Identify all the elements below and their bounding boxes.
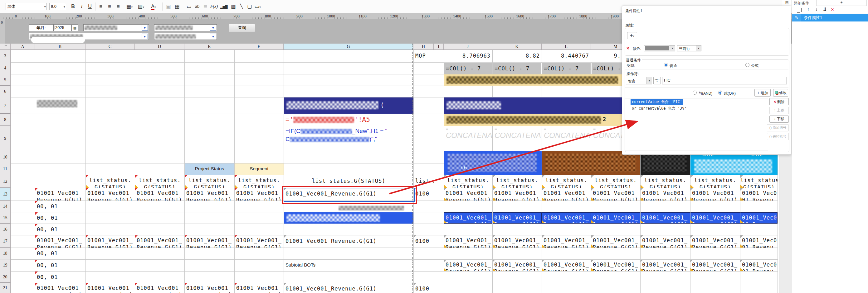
filter-combo-1[interactable] [83,24,149,31]
cell-L19[interactable]: 01001_Vec001_Revenue.G(G1) [542,260,591,271]
cell-K13[interactable]: 01001_Vec001_Revenue.G(G1) [493,188,541,200]
row-header-17[interactable]: 17 [0,235,10,248]
filter-combo-4[interactable] [154,33,217,40]
row-header-9[interactable]: 9 [0,126,10,151]
row-header-16[interactable]: 16 [0,224,10,235]
year-month-input[interactable]: 2025-09 [53,24,71,31]
type-normal-radio[interactable] [664,63,668,67]
cell-L9[interactable]: =CONCATENA [542,126,591,151]
condition-expression[interactable]: currentValue 包含 'FIC' [630,99,683,105]
cell-B16[interactable]: 00, 01 [35,224,86,235]
cell-H17[interactable]: 0100 [414,235,434,248]
query-button[interactable]: 查询 [229,24,255,32]
cell-O13[interactable]: 01001_Vec001_Revenue.G(G1) [690,188,740,200]
cell-O15[interactable]: 01001_Vec001_Revenue.G(G1) [690,212,740,224]
column-header-D[interactable]: D [135,44,184,50]
cell-E11[interactable]: Project Status [185,163,234,175]
cell-M17[interactable]: 01001_Vec001_Revenue.G(G1) [591,235,640,248]
row-header-19[interactable]: 19 [0,259,10,271]
cell-P15[interactable]: 01001_Vec001_Revenue.G(G1) [740,212,777,224]
row-header-11[interactable]: 11 [0,163,10,175]
cell-D13[interactable]: 01001_Vec001_Revenue.G(G1) [135,188,184,200]
lines-button[interactable]: ≣ [202,3,209,10]
cell-B21[interactable]: 01001_Vec001_Revenue.G(G1) [35,283,86,293]
colored-band[interactable] [444,74,640,86]
cell-B19[interactable]: 00, 01 [35,260,86,271]
cell-C17[interactable]: 01001_Vec001_Revenue.G(G1) [86,235,135,248]
cell-F12[interactable]: list_status. G(STATUS) [235,175,284,188]
rectangle-button[interactable]: ▭▾ [255,3,261,10]
row-header-14[interactable]: 14 [0,200,10,212]
frame-button[interactable]: ▢ [247,3,253,10]
cell-K19[interactable]: 01001_Vec001_Revenue.G(G1) [493,260,541,271]
row-header-3[interactable]: 3 [0,50,10,62]
cell-K9[interactable]: =CONCATENA [493,126,541,151]
sort-down-icon[interactable]: ⇊ [823,6,827,12]
row-header-5[interactable]: 5 [0,74,10,86]
label-button[interactable]: ab [194,3,200,10]
cell-H21[interactable]: 0100 [414,283,434,293]
cell-E13[interactable]: 01001_Vec001_Revenue.G(G1) [185,188,234,200]
cell-N13[interactable]: 01001_Vec001_Revenue.G(G1) [641,188,690,200]
column-header-I[interactable]: I [434,44,444,50]
colored-band[interactable] [641,151,690,175]
cell-G21[interactable]: 01001_Vec001_Revenue.G(G1) [284,283,413,293]
condition-list-item[interactable]: ✎ 条件属性1 [792,14,868,22]
cell-L4[interactable]: =COL() - 7 [542,63,591,74]
column-header-F[interactable]: F [234,44,284,50]
colored-band[interactable] [542,151,640,175]
cell-O19[interactable]: 01001_Vec001_Revenue.G(G1) [690,260,740,271]
cell-N15[interactable]: 01001_Vec001_Revenue.G(G1) [641,212,690,224]
cell-K3[interactable]: 8.82 [493,50,541,62]
cell-B7[interactable] [35,98,86,114]
cell-J15[interactable]: 01001_Vec001_Revenue.G(G1) [444,212,492,224]
cell-O17[interactable]: 01001_Vec001_Revenue.G(G1) [690,235,740,248]
cell-G17[interactable]: 01001_Vec001_Revenue.G(G1) [284,235,413,248]
operator-dropdown[interactable]: 包含▾ [626,77,652,84]
row-header-8[interactable]: 8 [0,114,10,126]
function-button[interactable]: F(x) [210,3,218,10]
font-color-button[interactable]: A▾ [150,3,157,10]
textbox-button[interactable]: ▭ [186,3,192,10]
filter-funnel-button[interactable]: ▼ [210,25,216,31]
colored-band[interactable]: 2 [444,114,640,126]
type-formula-radio[interactable] [745,63,749,67]
font-size-select[interactable]: 9.0▾ [49,3,66,10]
add-brackets-button[interactable]: () 添加括号 [767,124,789,132]
delete-condition-button[interactable]: × 删除 [769,98,789,105]
column-header-C[interactable]: C [86,44,135,50]
cell-J9[interactable]: =CONCATENA [444,126,492,151]
cell-B15[interactable]: 00, 01 [35,212,86,224]
font-select[interactable]: 黑体▾ [6,3,47,10]
cell-P19[interactable]: 01001_Vec001_Revenue.G(G1) [740,260,777,271]
condition-expression[interactable]: or currentValue 包含 'JV' [630,106,688,111]
table-grid-button[interactable]: ▦ [174,3,180,10]
cell-F13[interactable]: 01001_Vec001_Revenue.G(G1) [235,188,284,200]
row-header-13[interactable]: 13 [0,188,10,200]
cell-M15[interactable]: 01001_Vec001_Revenue.G(G1) [591,212,640,224]
filter-funnel-button[interactable]: ▼ [210,34,216,39]
remove-brackets-button[interactable]: () 去掉括号 [767,133,789,140]
cell-N17[interactable]: 01001_Vec001_Revenue.G(G1) [641,235,690,248]
match-mode-button[interactable]: ABC▾ [653,77,661,84]
cell-H12[interactable]: list_status. [414,175,434,188]
row-header-15[interactable]: 15 [0,212,10,224]
modify-condition-button[interactable]: 修改 [773,89,788,97]
colored-band[interactable] [284,212,413,224]
filter-combo-2[interactable] [154,24,217,31]
row-header-12[interactable]: 12 [0,175,10,188]
or-radio[interactable] [718,90,722,95]
cell-D17[interactable]: 01001_Vec001_Revenue.G(G1) [135,235,184,248]
condition-list[interactable]: currentValue 包含 'FIC'or currentValue 包含 … [625,98,768,150]
line-tool-button[interactable]: ╲ [238,3,245,10]
row-header-21[interactable]: 21 [0,283,10,293]
cell-M12[interactable]: list_status. G(STATUS) [591,175,640,188]
add-condition-tab[interactable]: + [816,0,867,6]
cell-G12[interactable]: list_status.G(STATUS) [284,175,413,188]
cell-L3[interactable]: 8.440767 [542,50,591,62]
cell-L12[interactable]: list_status. G(STATUS) [542,175,591,188]
cell-G19[interactable]: Subtotal BOTs [284,260,413,271]
filter-funnel-button[interactable]: ▼ [142,25,148,31]
column-header-K[interactable]: K [492,44,541,50]
cell-F17[interactable]: 01001_Vec001_Revenue.G(G1) [235,235,284,248]
